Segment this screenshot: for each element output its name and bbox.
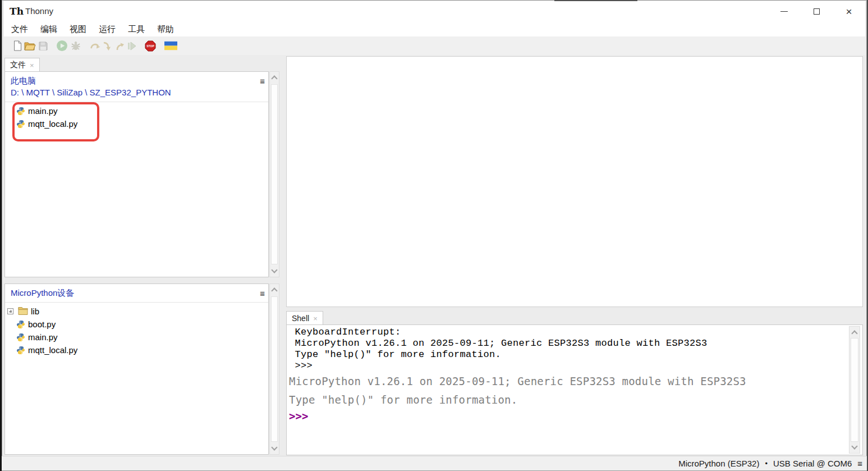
device-item-name: mqtt_local.py (28, 345, 77, 355)
background-window-sliver (554, 0, 637, 1)
close-icon: × (846, 6, 852, 17)
device-item-name: boot.py (28, 319, 56, 329)
editor-area[interactable] (286, 56, 863, 307)
title-bar: Th Thonny × (4, 1, 865, 22)
minimize-icon (780, 11, 788, 12)
file-name: main.py (28, 106, 58, 116)
file-row-main-py[interactable]: main.py (5, 104, 268, 117)
current-path[interactable]: D: \ MQTT \ SiliZap \ SZ_ESP32_PYTHON (11, 88, 171, 97)
step-over-button (89, 39, 102, 52)
scrollbar-thumb[interactable] (851, 338, 858, 442)
menu-tools[interactable]: 工具 (122, 22, 151, 36)
maximize-icon (814, 8, 820, 15)
step-over-icon (90, 41, 101, 51)
shell-prompt[interactable]: >>> (289, 410, 308, 422)
port-selector[interactable]: USB Serial @ COM6 (773, 459, 852, 468)
open-file-icon (24, 41, 36, 51)
files-scrollbar[interactable] (269, 71, 279, 277)
new-file-button[interactable] (11, 39, 24, 52)
toolbar: STOP (4, 36, 865, 55)
scrollbar-thumb[interactable] (271, 84, 278, 264)
minimize-button[interactable] (771, 1, 797, 22)
python-file-icon (16, 120, 25, 129)
device-panel: MicroPython设备 ≡ lib boot.py mai (4, 283, 269, 455)
device-tree: lib boot.py main.py mqtt_local.py (5, 303, 268, 356)
shell-history-text: KeyboardInterrupt: MicroPython v1.26.1 o… (289, 327, 708, 372)
stop-icon: STOP (145, 40, 156, 52)
status-bar: MicroPython (ESP32) • USB Serial @ COM6 … (2, 456, 867, 470)
python-file-icon (16, 320, 25, 329)
tab-shell-label: Shell (292, 314, 309, 323)
device-row-boot-py[interactable]: boot.py (5, 318, 268, 331)
device-item-name: lib (31, 307, 39, 316)
open-file-button[interactable] (24, 39, 36, 52)
python-file-icon (16, 107, 25, 116)
scrollbar-thumb[interactable] (271, 296, 278, 442)
step-out-icon (114, 41, 125, 51)
resume-button (125, 39, 138, 52)
shell-banner-text: MicroPython v1.26.1 on 2025-09-11; Gener… (289, 372, 746, 409)
run-icon (56, 40, 68, 52)
tab-files-close-icon[interactable]: × (30, 62, 34, 69)
device-row-main-py[interactable]: main.py (5, 331, 268, 344)
files-panel-menu-icon[interactable]: ≡ (260, 77, 265, 85)
stop-button[interactable]: STOP (144, 39, 157, 52)
menu-help[interactable]: 帮助 (151, 22, 180, 36)
folder-icon (18, 307, 28, 317)
scroll-up-icon[interactable] (851, 330, 857, 336)
window-title: Thonny (25, 6, 53, 16)
tab-files-label: 文件 (10, 60, 26, 70)
close-button[interactable]: × (836, 1, 862, 22)
this-computer-link[interactable]: 此电脑 (11, 76, 36, 85)
scroll-up-icon[interactable] (271, 75, 277, 81)
step-out-button (113, 39, 126, 52)
files-panel-header: 此电脑 D: \ MQTT \ SiliZap \ SZ_ESP32_PYTHO… (5, 72, 268, 102)
debug-button (69, 39, 82, 52)
thonny-app-window: Th Thonny × 文件 编辑 视图 运行 工具 帮助 (0, 0, 868, 471)
python-file-icon (16, 333, 25, 342)
step-into-button (101, 39, 114, 52)
menu-run[interactable]: 运行 (93, 22, 122, 36)
menu-edit[interactable]: 编辑 (34, 22, 63, 36)
device-panel-header: MicroPython设备 (5, 284, 268, 303)
tab-files[interactable]: 文件 × (4, 58, 40, 72)
ukraine-flag-button[interactable] (164, 39, 177, 52)
status-menu-icon[interactable]: ≡ (857, 459, 862, 468)
shell-scrollbar[interactable] (849, 326, 860, 454)
resume-icon (127, 40, 137, 52)
files-panel: 此电脑 D: \ MQTT \ SiliZap \ SZ_ESP32_PYTHO… (4, 71, 269, 277)
status-separator: • (765, 459, 768, 468)
device-row-lib[interactable]: lib (5, 305, 268, 318)
device-panel-title[interactable]: MicroPython设备 (11, 288, 74, 298)
debug-icon (70, 40, 81, 52)
vertical-splitter[interactable] (279, 56, 286, 455)
scroll-down-icon[interactable] (271, 444, 277, 450)
scroll-up-icon[interactable] (271, 287, 277, 294)
thonny-logo-icon: Th (10, 5, 22, 17)
shell-panel[interactable]: KeyboardInterrupt: MicroPython v1.26.1 o… (286, 324, 863, 455)
scroll-down-icon[interactable] (851, 443, 857, 449)
file-row-mqtt-local-py[interactable]: mqtt_local.py (5, 117, 268, 130)
run-button (56, 39, 68, 52)
file-name: mqtt_local.py (28, 119, 77, 129)
menu-bar: 文件 编辑 视图 运行 工具 帮助 (4, 22, 865, 36)
files-tree: main.py mqtt_local.py (5, 102, 268, 130)
save-icon (38, 41, 48, 51)
device-row-mqtt-local-py[interactable]: mqtt_local.py (5, 344, 268, 356)
device-panel-menu-icon[interactable]: ≡ (260, 289, 265, 298)
device-scrollbar[interactable] (269, 283, 279, 455)
tab-shell[interactable]: Shell × (286, 311, 323, 325)
ukraine-flag-icon (164, 41, 177, 51)
interpreter-selector[interactable]: MicroPython (ESP32) (678, 459, 759, 468)
save-button (36, 39, 49, 52)
tab-shell-close-icon[interactable]: × (313, 315, 318, 322)
new-file-icon (12, 40, 22, 51)
scroll-down-icon[interactable] (271, 267, 277, 273)
menu-view[interactable]: 视图 (63, 22, 93, 36)
device-item-name: main.py (28, 332, 58, 342)
expand-icon[interactable] (7, 308, 13, 314)
menu-file[interactable]: 文件 (5, 22, 34, 36)
svg-text:STOP: STOP (146, 44, 154, 48)
python-file-icon (16, 346, 25, 355)
maximize-button[interactable] (803, 1, 829, 22)
